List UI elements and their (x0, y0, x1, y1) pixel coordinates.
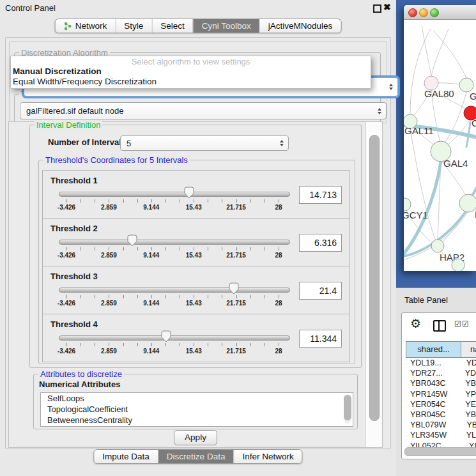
threshold-label: Threshold 1 (50, 176, 98, 185)
table-row[interactable]: YLR345WYLR3 (406, 430, 476, 440)
scale-label: 15.43 (186, 252, 202, 259)
tab-label: Network (75, 21, 107, 31)
column-header-shared-name[interactable]: shared... (406, 341, 461, 358)
close-window-icon[interactable] (408, 8, 417, 17)
threshold-value-field[interactable]: 14.713 (299, 186, 342, 204)
table-row[interactable]: YER054CYER0 (406, 399, 476, 410)
thresholds-group: Threshold's Coordinates for 5 Intervals … (38, 160, 355, 364)
scale-label: 28 (275, 348, 282, 355)
float-window-icon[interactable] (373, 4, 381, 13)
zoom-window-icon[interactable] (430, 8, 439, 17)
table-row[interactable]: YPR145WYPR1 (406, 389, 476, 399)
slider-handle[interactable] (229, 282, 239, 295)
tab-network[interactable]: Network (56, 19, 116, 33)
network-node[interactable] (431, 240, 444, 252)
tab-select[interactable]: Select (151, 19, 193, 33)
slider-handle[interactable] (161, 330, 171, 342)
tab-cyni-toolbox[interactable]: Cyni Toolbox (193, 19, 259, 33)
right-panel: GAL80GACGAL11GAL4HGCY1HAP2 Table Panel ⚙… (396, 0, 476, 476)
select-columns-icon[interactable]: ☑☑ (454, 319, 470, 328)
interval-definition-group: Interval Definition Number of Intervals … (29, 125, 362, 368)
combo-value: galFiltered.sif default node (26, 106, 123, 116)
threshold-value-field[interactable]: 6.316 (299, 234, 342, 252)
network-node[interactable] (459, 194, 476, 212)
tab-jactivemnodules[interactable]: jActiveMNodules (259, 19, 341, 33)
threshold-value-field[interactable]: 11.344 (299, 330, 342, 348)
tab-label: Infer Network (242, 452, 293, 461)
network-node[interactable] (452, 259, 464, 271)
threshold-value-field[interactable]: 21.4 (299, 282, 342, 300)
table-data-combo[interactable]: galFiltered.sif default node (20, 102, 387, 119)
slider-track[interactable] (59, 335, 290, 341)
list-item[interactable]: SelfLoops (41, 393, 353, 404)
combo-value: 5 (127, 139, 131, 148)
scale-label: 21.715 (226, 204, 246, 211)
minimize-window-icon[interactable] (419, 8, 428, 17)
cell-name: YER0 (457, 399, 476, 410)
tab-label: Style (124, 21, 143, 31)
list-item[interactable]: TopologicalCoefficient (41, 404, 353, 415)
slider-handle[interactable] (184, 187, 194, 199)
scale-label: -3.426 (58, 300, 75, 307)
table-row[interactable]: YDR27...YDR2 (406, 368, 476, 378)
network-edge[interactable] (422, 26, 431, 77)
apply-button[interactable]: Apply (174, 430, 217, 445)
dropdown-option-manual[interactable]: Manual Discretization (11, 66, 371, 77)
table-row[interactable]: YDL19...YDL1 (406, 358, 476, 368)
slider-track[interactable] (59, 192, 290, 197)
slider-ticks (66, 199, 279, 203)
table-row[interactable]: YBR045CYBR0 (406, 410, 476, 420)
list-scrollbar[interactable] (344, 394, 351, 424)
tab-style[interactable]: Style (115, 19, 151, 33)
tab-discretize-data[interactable]: Discretize Data (158, 450, 234, 463)
slider-track[interactable] (59, 288, 290, 293)
threshold-section: Threshold 3 -3.4262.8599.14415.4321.7152… (42, 266, 350, 314)
tab-infer-network[interactable]: Infer Network (233, 450, 302, 463)
network-node[interactable] (404, 198, 411, 211)
network-node[interactable] (459, 78, 473, 92)
threshold-slider[interactable]: -3.4262.8599.14415.4321.71528 (59, 234, 289, 263)
panel-scrollbar[interactable] (365, 122, 382, 447)
num-intervals-combo[interactable]: 5 (120, 135, 289, 151)
network-window[interactable]: GAL80GACGAL11GAL4HGCY1HAP2 (404, 5, 476, 271)
group-label: Interval Definition (35, 120, 102, 130)
scrollbar-thumb[interactable] (369, 135, 380, 421)
dropdown-hint: Select algorithm to view settings (11, 56, 371, 66)
gear-icon[interactable]: ⚙ (410, 316, 421, 331)
network-canvas[interactable]: GAL80GACGAL11GAL4HGCY1HAP2 (404, 19, 476, 271)
dropdown-option-equal-width[interactable]: Equal Width/Frequency Discretization (11, 77, 371, 87)
scale-label: 2.859 (101, 300, 117, 307)
close-icon[interactable]: ✖ (383, 2, 391, 12)
top-tab-bar: Network Style Select Cyni Toolbox jActiv… (55, 19, 342, 33)
scrollbar-thumb[interactable] (344, 395, 351, 420)
slider-track[interactable] (59, 240, 290, 245)
cell-name: YDR2 (457, 368, 476, 378)
scale-label: 15.43 (186, 348, 202, 355)
scale-label: 28 (275, 204, 282, 211)
slider-handle[interactable] (127, 234, 137, 247)
column-header-name[interactable]: na (461, 341, 476, 358)
tab-impute-data[interactable]: Impute Data (94, 450, 158, 463)
network-edge[interactable] (431, 29, 449, 76)
scale-label: -3.426 (58, 204, 75, 211)
table-row[interactable]: YBL079WYBL0 (406, 420, 476, 430)
threshold-slider[interactable]: -3.4262.8599.14415.4321.71528 (59, 186, 289, 215)
attributes-group: Attributes to discretize Numerical Attri… (33, 374, 358, 429)
scrollbar-thumb[interactable] (404, 447, 476, 456)
slider-scale: -3.4262.8599.14415.4321.71528 (66, 204, 279, 212)
list-item[interactable]: BetweennessCentrality (41, 415, 353, 426)
network-node-label: GAL80 (424, 88, 454, 99)
columns-icon[interactable] (433, 320, 446, 332)
threshold-slider[interactable]: -3.4262.8599.14415.4321.71528 (59, 330, 289, 359)
threshold-slider[interactable]: -3.4262.8599.14415.4321.71528 (59, 282, 289, 311)
cell-shared-name: YBR043C (406, 378, 457, 388)
table-row[interactable]: YBR043CYBR0 (406, 378, 476, 388)
spinner-icon (389, 84, 393, 90)
numerical-attributes-list[interactable]: SelfLoopsTopologicalCoefficientBetweenne… (40, 392, 353, 427)
network-edge[interactable] (410, 29, 431, 114)
slider-scale: -3.4262.8599.14415.4321.71528 (66, 348, 279, 356)
scale-label: 2.859 (101, 252, 117, 259)
table-hscrollbar[interactable] (404, 447, 476, 455)
window-titlebar (404, 5, 476, 20)
scale-label: -3.426 (58, 252, 75, 259)
